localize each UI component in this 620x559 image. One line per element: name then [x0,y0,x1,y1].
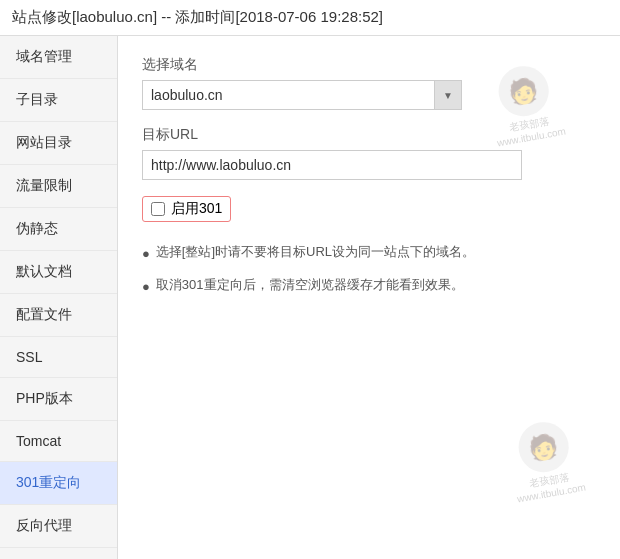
content-panel: 选择域名 laobuluo.cn ▼ 目标URL 启用301 [118,36,620,559]
domain-section: 选择域名 laobuluo.cn ▼ [142,56,596,110]
page-title: 站点修改[laobuluo.cn] -- 添加时间[2018-07-06 19:… [0,0,620,36]
bullet-icon-2: ● [142,277,150,298]
domain-row: laobuluo.cn ▼ [142,80,596,110]
notes-section: ● 选择[整站]时请不要将目标URL设为同一站点下的域名。 ● 取消301重定向… [142,242,596,298]
sidebar-item-subdomain[interactable]: 子目录 [0,79,117,122]
sidebar-item-pseudo-static[interactable]: 伪静态 [0,208,117,251]
sidebar-item-ssl[interactable]: SSL [0,337,117,378]
note-text-2: 取消301重定向后，需清空浏览器缓存才能看到效果。 [156,275,464,296]
domain-select-wrapper: laobuluo.cn ▼ [142,80,462,110]
watermark-face-2: 🧑 [514,418,572,476]
sidebar: 域名管理 子目录 网站目录 流量限制 伪静态 默认文档 配置文件 SSL PHP… [0,36,118,559]
sidebar-item-default-doc[interactable]: 默认文档 [0,251,117,294]
sidebar-item-website-dir[interactable]: 网站目录 [0,122,117,165]
note-item-2: ● 取消301重定向后，需清空浏览器缓存才能看到效果。 [142,275,596,298]
sidebar-item-config-file[interactable]: 配置文件 [0,294,117,337]
sidebar-item-redirect-301[interactable]: 301重定向 [0,462,117,505]
sidebar-item-php-version[interactable]: PHP版本 [0,378,117,421]
enable-301-row: 启用301 [142,196,596,222]
sidebar-item-tomcat[interactable]: Tomcat [0,421,117,462]
sidebar-item-reverse-proxy[interactable]: 反向代理 [0,505,117,548]
sidebar-item-traffic-limit[interactable]: 流量限制 [0,165,117,208]
domain-select[interactable]: laobuluo.cn [142,80,462,110]
enable-301-text: 启用301 [171,200,222,218]
url-label: 目标URL [142,126,596,144]
bullet-icon-1: ● [142,244,150,265]
note-item-1: ● 选择[整站]时请不要将目标URL设为同一站点下的域名。 [142,242,596,265]
enable-301-checkbox[interactable] [151,202,165,216]
watermark-2: 🧑 老孩部落 www.itbulu.com [504,417,586,505]
url-input[interactable] [142,150,522,180]
domain-label: 选择域名 [142,56,596,74]
enable-301-label[interactable]: 启用301 [142,196,231,222]
note-text-1: 选择[整站]时请不要将目标URL设为同一站点下的域名。 [156,242,475,263]
sidebar-item-domain[interactable]: 域名管理 [0,36,117,79]
url-section: 目标URL [142,126,596,180]
url-row [142,150,596,180]
